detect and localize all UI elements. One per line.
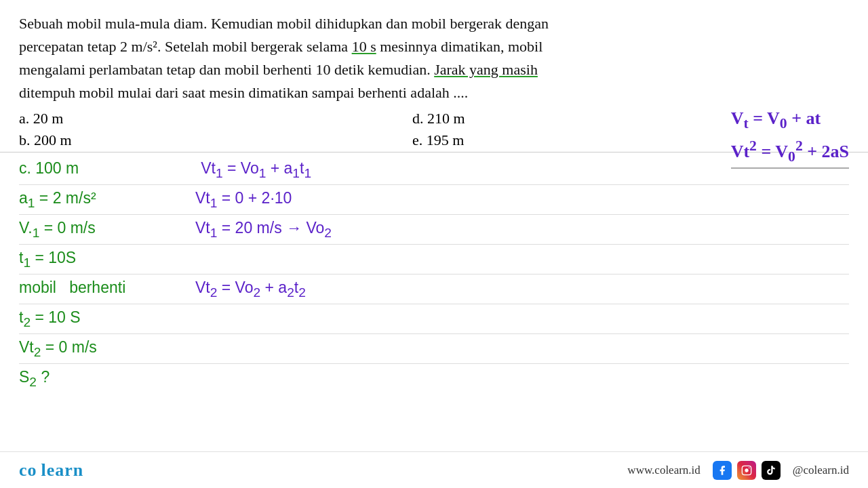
given-v01: V.1 = 0 m/s bbox=[19, 218, 195, 241]
eq-vt1-result: Vt1 = 20 m/s → Vo2 bbox=[195, 218, 332, 241]
q-text-1: Sebuah mobil mula-mula diam. Kemudian mo… bbox=[19, 15, 549, 32]
footer: co learn www.colearn.id @colearn.id bbox=[0, 451, 868, 488]
q-text-5: ditempuh mobil mulai dari saat mesin dim… bbox=[19, 84, 468, 101]
footer-handle: @colearn.id bbox=[793, 464, 849, 477]
q-underline2: Jarak yang masih bbox=[434, 61, 538, 78]
facebook-icon bbox=[713, 461, 732, 480]
instagram-icon bbox=[737, 461, 756, 480]
solution-row-4: t1 = 10S bbox=[19, 245, 849, 274]
solution-area: c. 100 m Vt1 = Vo1 + a1t1 a1 = 2 m/s² Vt… bbox=[0, 152, 868, 394]
solution-row-7: Vt2 = 0 m/s bbox=[19, 334, 849, 364]
solution-row-2: a1 = 2 m/s² Vt1 = 0 + 2·10 bbox=[19, 185, 849, 215]
footer-logo: co learn bbox=[19, 460, 83, 481]
footer-right: www.colearn.id @colearn.id bbox=[627, 461, 849, 480]
choices-top-row: a. 20 m b. 200 m d. 210 m e. 195 m bbox=[19, 110, 849, 149]
footer-icons bbox=[713, 461, 781, 480]
q-underline1: 10 s bbox=[352, 38, 376, 55]
given-t2: t2 = 10 S bbox=[19, 307, 195, 330]
content-area: Sebuah mobil mula-mula diam. Kemudian mo… bbox=[0, 0, 868, 149]
eq-vt1-calc: Vt1 = 0 + 2·10 bbox=[195, 188, 292, 211]
q-text-4: mengalami perlambatan tetap dan mobil be… bbox=[19, 61, 431, 78]
logo-co: co bbox=[19, 460, 37, 480]
logo-learn: learn bbox=[41, 460, 84, 480]
eq-vt1-def: Vt1 = Vo1 + a1t1 bbox=[201, 158, 311, 181]
solution-row-3: V.1 = 0 m/s Vt1 = 20 m/s → Vo2 bbox=[19, 215, 849, 245]
question-text: Sebuah mobil mula-mula diam. Kemudian mo… bbox=[19, 12, 670, 104]
label-mobil-berhenti: mobil berhenti bbox=[19, 277, 195, 297]
tiktok-icon bbox=[762, 461, 781, 480]
footer-url: www.colearn.id bbox=[627, 464, 700, 477]
choice-b: b. 200 m bbox=[19, 131, 236, 149]
formula-box: Vt = V0 + at Vt2 = V02 + 2aS bbox=[731, 105, 849, 169]
given-vt2: Vt2 = 0 m/s bbox=[19, 337, 195, 360]
solution-row-6: t2 = 10 S bbox=[19, 304, 849, 334]
solution-row-1: c. 100 m Vt1 = Vo1 + a1t1 bbox=[19, 155, 849, 185]
solution-row-5: mobil berhenti Vt2 = Vo2 + a2t2 bbox=[19, 274, 849, 304]
given-a1: a1 = 2 m/s² bbox=[19, 188, 195, 211]
formula-line1: Vt = V0 + at bbox=[731, 105, 849, 135]
choice-e: e. 195 m bbox=[412, 131, 548, 149]
choices-left: a. 20 m b. 200 m bbox=[19, 110, 236, 149]
choices-right: d. 210 m e. 195 m bbox=[412, 110, 548, 149]
formula-line2: Vt2 = V02 + 2aS bbox=[731, 135, 849, 167]
q-text-3b: mesinnya dimatikan, mobil bbox=[380, 38, 542, 55]
given-s2: S2 ? bbox=[19, 367, 195, 390]
solution-row-8: S2 ? bbox=[19, 364, 849, 394]
choice-a: a. 20 m bbox=[19, 110, 236, 127]
q-text-2: percepatan tetap 2 m/s². Setelah mobil b… bbox=[19, 38, 348, 55]
given-t1: t1 = 10S bbox=[19, 247, 195, 270]
choice-c: c. 100 m bbox=[19, 158, 79, 178]
main-container: Sebuah mobil mula-mula diam. Kemudian mo… bbox=[0, 0, 868, 488]
choice-d: d. 210 m bbox=[412, 110, 548, 127]
eq-vt2-def: Vt2 = Vo2 + a2t2 bbox=[195, 277, 306, 300]
